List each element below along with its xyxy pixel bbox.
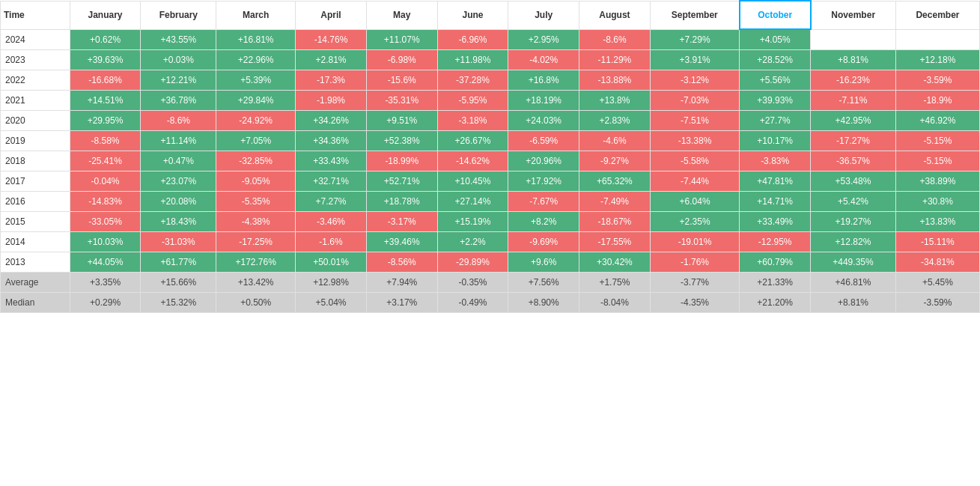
- cell-value: +0.03%: [141, 50, 216, 70]
- cell-value: -3.17%: [366, 212, 437, 232]
- cell-value: -0.04%: [70, 171, 141, 192]
- cell-value: -3.12%: [650, 70, 739, 91]
- cell-value: -9.05%: [216, 171, 296, 192]
- table-row: 2024+0.62%+43.55%+16.81%-14.76%+11.07%-6…: [1, 29, 980, 50]
- cell-value: -8.6%: [141, 111, 216, 131]
- cell-value: -34.81%: [895, 252, 979, 273]
- cell-value: +39.46%: [366, 232, 437, 252]
- cell-value: +8.90%: [508, 293, 579, 313]
- cell-value: -13.38%: [650, 131, 739, 151]
- cell-value: -33.05%: [70, 212, 141, 232]
- table-row: 2023+39.63%+0.03%+22.96%+2.81%-6.98%+11.…: [1, 50, 980, 70]
- col-header-june: June: [437, 1, 508, 29]
- cell-value: -4.35%: [650, 293, 739, 313]
- cell-value: +0.50%: [216, 293, 296, 313]
- cell-value: +21.33%: [740, 273, 811, 293]
- cell-value: -3.18%: [437, 111, 508, 131]
- cell-value: +65.32%: [579, 171, 651, 192]
- cell-value: +2.35%: [650, 212, 739, 232]
- cell-value: -35.31%: [366, 91, 437, 111]
- cell-value: +22.96%: [216, 50, 296, 70]
- cell-value: [895, 29, 979, 50]
- cell-value: -37.28%: [437, 70, 508, 91]
- cell-value: -4.38%: [216, 212, 296, 232]
- cell-value: +29.84%: [216, 91, 296, 111]
- cell-value: -25.41%: [70, 151, 141, 171]
- cell-value: +8.81%: [811, 50, 896, 70]
- cell-value: +30.8%: [895, 192, 979, 212]
- cell-value: -11.29%: [579, 50, 651, 70]
- table-row: 2015-33.05%+18.43%-4.38%-3.46%-3.17%+15.…: [1, 212, 980, 232]
- cell-value: +46.81%: [811, 273, 896, 293]
- table-row: 2020+29.95%-8.6%-24.92%+34.26%+9.51%-3.1…: [1, 111, 980, 131]
- cell-value: +24.03%: [508, 111, 579, 131]
- cell-value: +20.08%: [141, 192, 216, 212]
- cell-value: -8.58%: [70, 131, 141, 151]
- cell-value: -5.58%: [650, 151, 739, 171]
- cell-value: +18.43%: [141, 212, 216, 232]
- cell-value: -7.49%: [579, 192, 651, 212]
- cell-value: +7.27%: [296, 192, 367, 212]
- year-label: 2023: [1, 50, 70, 70]
- cell-value: +11.14%: [141, 131, 216, 151]
- year-label: 2015: [1, 212, 70, 232]
- cell-value: +34.36%: [296, 131, 367, 151]
- cell-value: -17.3%: [296, 70, 367, 91]
- cell-value: +11.98%: [437, 50, 508, 70]
- year-label: 2020: [1, 111, 70, 131]
- table-row: 2021+14.51%+36.78%+29.84%-1.98%-35.31%-5…: [1, 91, 980, 111]
- cell-value: +2.81%: [296, 50, 367, 70]
- cell-value: +33.43%: [296, 151, 367, 171]
- cell-value: +19.27%: [811, 212, 896, 232]
- cell-value: +3.91%: [650, 50, 739, 70]
- col-header-february: February: [141, 1, 216, 29]
- cell-value: -19.01%: [650, 232, 739, 252]
- cell-value: +11.07%: [366, 29, 437, 50]
- cell-value: -5.35%: [216, 192, 296, 212]
- table-row: 2019-8.58%+11.14%+7.05%+34.36%+52.38%+26…: [1, 131, 980, 151]
- cell-value: +12.21%: [141, 70, 216, 91]
- year-label: 2021: [1, 91, 70, 111]
- cell-value: +13.83%: [895, 212, 979, 232]
- cell-value: +18.19%: [508, 91, 579, 111]
- cell-value: +34.26%: [296, 111, 367, 131]
- cell-value: +5.39%: [216, 70, 296, 91]
- cell-value: +5.04%: [296, 293, 367, 313]
- cell-value: -5.15%: [895, 131, 979, 151]
- col-header-march: March: [216, 1, 296, 29]
- cell-value: +12.82%: [811, 232, 896, 252]
- cell-value: -1.98%: [296, 91, 367, 111]
- cell-value: +43.55%: [141, 29, 216, 50]
- year-label: 2014: [1, 232, 70, 252]
- cell-value: -6.98%: [366, 50, 437, 70]
- cell-value: +172.76%: [216, 252, 296, 273]
- cell-value: -32.85%: [216, 151, 296, 171]
- cell-value: +38.89%: [895, 171, 979, 192]
- cell-value: -4.6%: [579, 131, 651, 151]
- cell-value: +0.29%: [70, 293, 141, 313]
- cell-value: -16.23%: [811, 70, 896, 91]
- cell-value: +28.52%: [740, 50, 811, 70]
- cell-value: -8.6%: [579, 29, 651, 50]
- cell-value: [811, 29, 896, 50]
- cell-value: +7.05%: [216, 131, 296, 151]
- cell-value: +3.17%: [366, 293, 437, 313]
- cell-value: +36.78%: [141, 91, 216, 111]
- cell-value: +10.45%: [437, 171, 508, 192]
- cell-value: +10.03%: [70, 232, 141, 252]
- cell-value: +9.6%: [508, 252, 579, 273]
- cell-value: +15.19%: [437, 212, 508, 232]
- year-label: 2018: [1, 151, 70, 171]
- monthly-returns-table: TimeJanuaryFebruaryMarchAprilMayJuneJuly…: [0, 0, 980, 313]
- col-header-april: April: [296, 1, 367, 29]
- cell-value: +0.62%: [70, 29, 141, 50]
- cell-value: -16.68%: [70, 70, 141, 91]
- cell-value: -17.25%: [216, 232, 296, 252]
- cell-value: +7.29%: [650, 29, 739, 50]
- cell-value: +6.04%: [650, 192, 739, 212]
- year-label: 2017: [1, 171, 70, 192]
- cell-value: +29.95%: [70, 111, 141, 131]
- cell-value: +9.51%: [366, 111, 437, 131]
- year-label: 2019: [1, 131, 70, 151]
- cell-value: -18.99%: [366, 151, 437, 171]
